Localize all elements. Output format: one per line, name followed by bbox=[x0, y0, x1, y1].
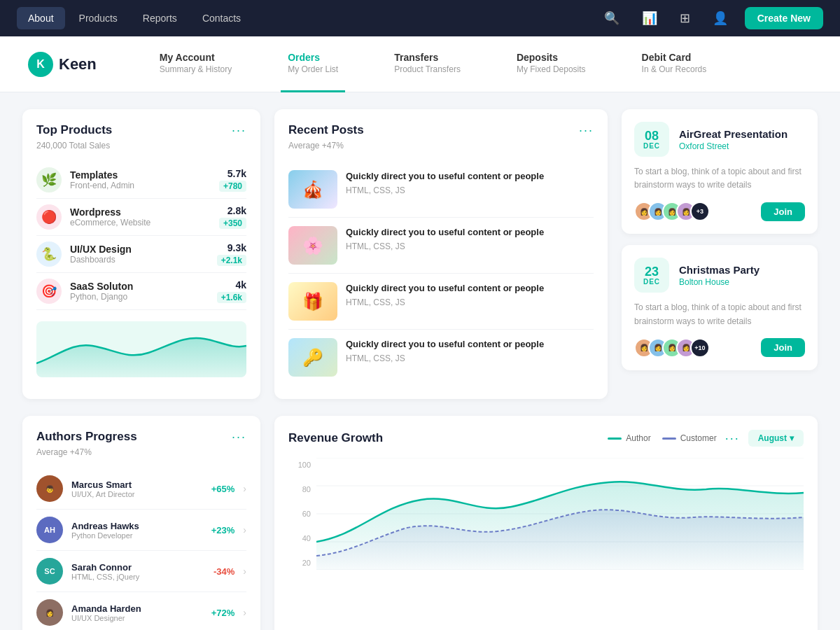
revenue-chart bbox=[316, 458, 804, 570]
post-tags: HTML, CSS, JS bbox=[346, 186, 544, 195]
list-item: 🎯 SaaS Soluton Python, Django 4k +1.6k bbox=[36, 273, 246, 310]
logo-text: Keen bbox=[59, 55, 97, 74]
event-avatars: 👩 👩 👩 👩 +3 bbox=[634, 202, 710, 221]
product-icon-saas: 🎯 bbox=[36, 279, 62, 304]
event-header: 23 DEC Christmas Party Bolton House bbox=[634, 258, 805, 293]
chevron-down-icon: ▾ bbox=[790, 433, 794, 443]
nav-about[interactable]: About bbox=[17, 7, 65, 29]
product-stats: 2.8k +350 bbox=[219, 205, 246, 229]
nav-reports[interactable]: Reports bbox=[132, 7, 188, 29]
post-thumbnail-4: 🔑 bbox=[288, 338, 337, 377]
event-day: 08 bbox=[645, 130, 659, 142]
list-item: 🌿 Templates Front-end, Admin 5.7k +780 bbox=[36, 162, 246, 199]
y-label: 80 bbox=[288, 485, 311, 493]
post-info: Quickly direct you to useful content or … bbox=[346, 170, 544, 195]
list-item: 🐍 UI/UX Design Dashboards 9.3k +2.1k bbox=[36, 236, 246, 273]
author-info: Sarah Connor HTML, CSS, jQuery bbox=[71, 562, 205, 581]
tab-transfers-title: Transfers bbox=[394, 52, 461, 63]
event-month: DEC bbox=[643, 278, 660, 286]
chevron-right-icon: › bbox=[243, 524, 246, 536]
join-button-2[interactable]: Join bbox=[761, 338, 805, 357]
revenue-more-button[interactable]: ··· bbox=[725, 431, 740, 446]
post-info: Quickly direct you to useful content or … bbox=[346, 226, 544, 251]
search-icon[interactable]: 🔍 bbox=[598, 8, 625, 29]
revenue-chart-area: 100 80 60 40 20 bbox=[288, 458, 804, 570]
post-info: Quickly direct you to useful content or … bbox=[346, 282, 544, 307]
bar-chart-icon[interactable]: 📊 bbox=[636, 8, 663, 29]
recent-posts-card: Recent Posts ··· Average +47% 🎪 Quickly … bbox=[274, 109, 608, 399]
list-item: 👦 Marcus Smart UI/UX, Art Director +65% … bbox=[36, 468, 246, 510]
grid-icon[interactable]: ⊞ bbox=[674, 8, 696, 29]
tab-deposits-sub: My Fixed Deposits bbox=[517, 64, 586, 74]
product-info-wordpress: Wordpress eCommerce, Website bbox=[70, 206, 219, 227]
chevron-right-icon: › bbox=[243, 607, 246, 618]
post-info: Quickly direct you to useful content or … bbox=[346, 338, 544, 363]
event-name: Christmas Party bbox=[679, 264, 760, 276]
author-role: UI/UX Designer bbox=[71, 614, 203, 622]
legend-customer-label: Customer bbox=[680, 433, 717, 443]
author-info: Marcus Smart UI/UX, Art Director bbox=[71, 479, 203, 498]
author-info: Andreas Hawks Python Developer bbox=[71, 521, 203, 540]
list-item: SC Sarah Connor HTML, CSS, jQuery -34% › bbox=[36, 551, 246, 592]
authors-more-button[interactable]: ··· bbox=[232, 430, 246, 444]
top-products-header: Top Products ··· bbox=[36, 123, 246, 138]
tab-debit-card[interactable]: Debit Card In & Our Records bbox=[635, 36, 714, 92]
product-info-templates: Templates Front-end, Admin bbox=[70, 169, 219, 190]
top-products-more-button[interactable]: ··· bbox=[232, 123, 246, 138]
event-desc: To start a blog, think of a topic about … bbox=[634, 165, 805, 192]
main-content: Top Products ··· 240,000 Total Sales 🌿 T… bbox=[0, 92, 840, 416]
revenue-title: Revenue Growth bbox=[288, 431, 383, 445]
product-name: SaaS Soluton bbox=[70, 281, 217, 292]
product-change: +2.1k bbox=[217, 255, 246, 266]
tab-deposits[interactable]: Deposits My Fixed Deposits bbox=[510, 36, 593, 92]
join-button-1[interactable]: Join bbox=[761, 202, 805, 221]
post-tags: HTML, CSS, JS bbox=[346, 298, 544, 307]
author-name: Andreas Hawks bbox=[71, 521, 203, 531]
author-avatar: 👦 bbox=[36, 475, 63, 502]
event-card-2: 23 DEC Christmas Party Bolton House To s… bbox=[622, 245, 818, 370]
product-stats: 5.7k +780 bbox=[219, 168, 246, 192]
event-location: Oxford Street bbox=[679, 141, 788, 151]
list-item: AH Andreas Hawks Python Developer +23% › bbox=[36, 510, 246, 551]
post-thumbnail-3: 🎁 bbox=[288, 282, 337, 321]
post-title: Quickly direct you to useful content or … bbox=[346, 282, 544, 295]
list-item: 🔴 Wordpress eCommerce, Website 2.8k +350 bbox=[36, 199, 246, 236]
nav-contacts[interactable]: Contacts bbox=[191, 7, 252, 29]
top-products-card: Top Products ··· 240,000 Total Sales 🌿 T… bbox=[22, 109, 260, 399]
tab-my-account[interactable]: My Account Summary & History bbox=[153, 36, 239, 92]
event-month: DEC bbox=[643, 142, 660, 150]
post-tags: HTML, CSS, JS bbox=[346, 241, 544, 251]
recent-posts-more-button[interactable]: ··· bbox=[579, 123, 594, 138]
create-new-button[interactable]: Create New bbox=[745, 7, 823, 29]
tab-transfers[interactable]: Transfers Product Transfers bbox=[387, 36, 468, 92]
tab-orders[interactable]: Orders My Order List bbox=[281, 36, 345, 92]
post-thumbnail-2: 🌸 bbox=[288, 226, 337, 265]
logo-icon: K bbox=[28, 52, 53, 77]
top-nav: About Products Reports Contacts 🔍 📊 ⊞ 👤 … bbox=[0, 0, 840, 36]
product-value: 4k bbox=[217, 279, 246, 290]
recent-posts-title: Recent Posts bbox=[288, 123, 364, 137]
logo: K Keen bbox=[28, 52, 97, 77]
user-icon[interactable]: 👤 bbox=[707, 8, 734, 29]
tab-transfers-sub: Product Transfers bbox=[394, 64, 461, 74]
product-change: +1.6k bbox=[217, 292, 246, 303]
event-footer: 👩 👩 👩 👩 +3 Join bbox=[634, 202, 805, 221]
event-date: 08 DEC bbox=[634, 122, 669, 157]
author-change: +72% bbox=[211, 608, 235, 618]
author-change: +23% bbox=[211, 525, 235, 536]
product-change: +780 bbox=[219, 181, 246, 192]
author-name: Marcus Smart bbox=[71, 479, 203, 490]
nav-products[interactable]: Products bbox=[68, 7, 129, 29]
y-label: 100 bbox=[288, 461, 311, 469]
period-selector[interactable]: August ▾ bbox=[748, 430, 804, 447]
tab-my-account-sub: Summary & History bbox=[160, 64, 232, 74]
product-value: 9.3k bbox=[217, 242, 246, 253]
author-name: Amanda Harden bbox=[71, 603, 203, 614]
top-products-subtitle: 240,000 Total Sales bbox=[36, 141, 246, 150]
list-item: 🎪 Quickly direct you to useful content o… bbox=[288, 162, 594, 218]
author-info: Amanda Harden UI/UX Designer bbox=[71, 603, 203, 622]
post-title: Quickly direct you to useful content or … bbox=[346, 170, 544, 183]
product-name: Templates bbox=[70, 169, 219, 181]
product-name: Wordpress bbox=[70, 206, 219, 218]
author-name: Sarah Connor bbox=[71, 562, 205, 573]
